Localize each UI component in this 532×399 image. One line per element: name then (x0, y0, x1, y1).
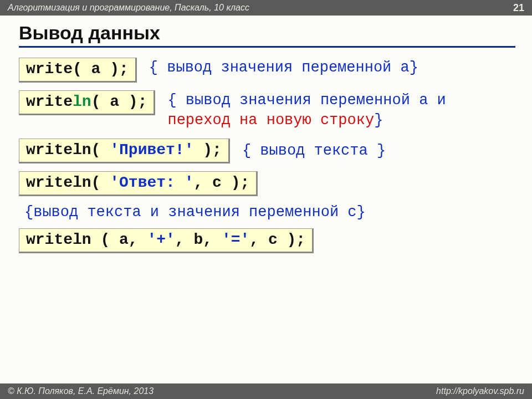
code-text: ); (193, 141, 221, 158)
code-string-literal: 'Привет!' (110, 141, 193, 158)
standalone-comment: {вывод текста и значения переменной c} (24, 204, 513, 221)
code-text: write (26, 93, 73, 110)
comment-text: { вывод значения переменной a} (149, 59, 418, 76)
code-highlight-green: ln (73, 93, 91, 110)
example-row: writeln( 'Ответ: ', c ); (19, 171, 513, 196)
code-text: writeln( (26, 141, 110, 158)
course-label: Алгоритмизация и программирование, Паска… (8, 3, 249, 13)
comment-text: } (374, 112, 383, 129)
code-text: , c ); (249, 231, 305, 248)
code-box: writeln( a ); (19, 90, 155, 115)
code-comment: { вывод значения переменной a} (149, 58, 418, 78)
code-box: writeln ( a, '+', b, '=', c ); (19, 228, 314, 253)
slide-title: Вывод данных (19, 22, 532, 44)
footer-bar: © К.Ю. Поляков, Е.А. Ерёмин, 2013 http:/… (0, 383, 532, 399)
code-string-literal: 'Ответ: ' (110, 174, 193, 191)
comment-text: { вывод текста } (242, 142, 386, 159)
example-row: writeln ( a, '+', b, '=', c ); (19, 228, 513, 253)
code-text: writeln ( a, (26, 231, 147, 248)
slide-content: write( a ); { вывод значения переменной … (0, 58, 532, 253)
example-row: writeln( a ); { вывод значения переменно… (19, 90, 513, 131)
copyright-label: © К.Ю. Поляков, Е.А. Ерёмин, 2013 (8, 386, 154, 396)
comment-text: { вывод значения переменной a и (167, 92, 446, 109)
page-number: 21 (513, 2, 524, 14)
code-box: writeln( 'Привет!' ); (19, 139, 230, 163)
code-text: ( a ); (91, 93, 147, 110)
comment-highlight-red: переход на новую строку (167, 112, 374, 129)
code-box: write( a ); (19, 58, 137, 83)
footer-link: http://kpolyakov.spb.ru (436, 386, 524, 396)
example-row: writeln( 'Привет!' ); { вывод текста } (19, 139, 513, 163)
code-text: , b, (175, 231, 222, 248)
header-bar: Алгоритмизация и программирование, Паска… (0, 0, 532, 16)
example-row: write( a ); { вывод значения переменной … (19, 58, 513, 83)
code-text: writeln( (26, 174, 110, 191)
code-string-literal: '=' (222, 231, 249, 248)
code-string-literal: '+' (147, 231, 175, 248)
code-comment: { вывод значения переменной a и переход … (167, 90, 513, 131)
code-box: writeln( 'Ответ: ', c ); (19, 171, 258, 196)
code-text: write( a ); (26, 60, 129, 78)
code-text: , c ); (193, 174, 249, 191)
title-rule (19, 46, 515, 48)
code-comment: { вывод текста } (242, 141, 386, 161)
